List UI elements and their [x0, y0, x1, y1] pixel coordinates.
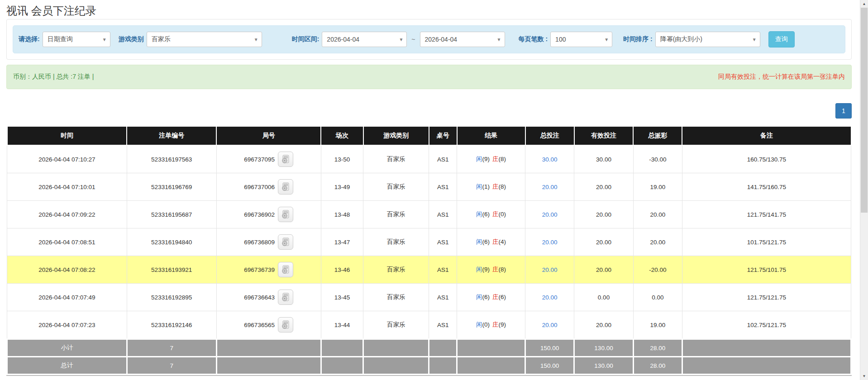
video-replay-button[interactable]: [278, 317, 293, 332]
video-file-icon: [281, 320, 290, 329]
game-type-select[interactable]: 百家乐 ▼: [147, 32, 262, 47]
table-row: 2026-04-04 07:09:22523316195687696736902…: [7, 201, 851, 228]
total-bet-link[interactable]: 30.00: [542, 156, 558, 163]
date-from-value: 2026-04-04: [322, 36, 396, 43]
date-range-label: 时间区间:: [292, 35, 320, 43]
scrollbar-thumb[interactable]: [861, 8, 868, 213]
sort-order-select[interactable]: 降幂(由大到小) ▼: [655, 32, 760, 47]
total-bet-link[interactable]: 20.00: [542, 239, 558, 246]
chevron-down-icon[interactable]: ▼: [749, 37, 760, 42]
cell-game-type: 百家乐: [363, 145, 429, 173]
video-replay-button[interactable]: [278, 179, 293, 195]
total-payout: 28.00: [633, 357, 682, 375]
cell-bet-number: 523316197563: [127, 145, 216, 173]
page-1-button[interactable]: 1: [835, 103, 852, 119]
total-valid-bet: 130.00: [574, 357, 634, 375]
cell-round-number: 696737095: [216, 145, 321, 173]
table-row: 2026-04-04 07:07:23523316192146696736565…: [7, 311, 851, 339]
result-player-score: (0): [482, 321, 490, 328]
records-table: 时间注单编号局号场次游戏类别桌号结果总投注有效投注总派彩备注 2026-04-0…: [6, 126, 852, 375]
round-number-value: 696737095: [244, 156, 275, 163]
header-row: 时间注单编号局号场次游戏类别桌号结果总投注有效投注总派彩备注: [7, 126, 851, 145]
subtotal-empty-cell: [429, 339, 457, 357]
up-arrow-icon[interactable]: ▲: [860, 0, 868, 8]
cell-round-number: 696736902: [216, 201, 321, 228]
search-button[interactable]: 查询: [768, 31, 795, 48]
result-banker-score: (9): [499, 321, 506, 328]
total-empty-cell: [363, 357, 429, 375]
chevron-down-icon[interactable]: ▼: [251, 37, 262, 42]
cell-result: 闲(9)庄(8): [457, 256, 525, 284]
cell-total-bet: 20.00: [525, 201, 574, 228]
cell-total-bet: 30.00: [525, 145, 574, 173]
video-replay-button[interactable]: [278, 152, 293, 167]
cell-bet-number: 523316192895: [127, 284, 216, 311]
cell-time: 2026-04-04 07:07:23: [7, 311, 127, 339]
video-file-icon: [281, 155, 290, 164]
cell-table-number: AS1: [429, 173, 457, 201]
cell-total-bet: 20.00: [525, 228, 574, 256]
betting-records-page: 视讯 会员下注纪录 请选择: 日期查询 ▼ 游戏类别 百家乐 ▼ 时间区间: 2…: [6, 0, 852, 376]
table-row: 2026-04-04 07:07:49523316192895696736643…: [7, 284, 851, 311]
cell-time: 2026-04-04 07:10:27: [7, 145, 127, 173]
video-replay-button[interactable]: [278, 234, 293, 250]
down-arrow-icon[interactable]: ▼: [860, 372, 868, 380]
result-player-score: (6): [482, 294, 490, 300]
sort-order-label: 时间排序 :: [623, 35, 653, 43]
total-bet-link[interactable]: 20.00: [542, 294, 558, 301]
cell-valid-bet: 20.00: [574, 228, 634, 256]
total-bet-link[interactable]: 20.00: [542, 184, 558, 190]
cell-game-type: 百家乐: [363, 228, 429, 256]
cell-round-number: 696736809: [216, 228, 321, 256]
pagination: 1: [6, 103, 852, 119]
chevron-down-icon[interactable]: ▼: [99, 37, 110, 42]
result-player-score: (1): [482, 183, 490, 190]
result-player: 闲: [476, 266, 482, 273]
total-empty-cell: [429, 357, 457, 375]
total-bet-link[interactable]: 20.00: [542, 266, 558, 273]
round-number-value: 696737006: [244, 184, 275, 190]
cell-note: 121.75/141.75: [682, 201, 851, 228]
round-number-wrap: 696736565: [244, 317, 293, 332]
video-replay-button[interactable]: [278, 290, 293, 305]
total-bet-link[interactable]: 20.00: [542, 211, 558, 218]
cell-table-number: AS1: [429, 256, 457, 284]
table-row: 2026-04-04 07:10:01523316196769696737006…: [7, 173, 851, 201]
page-size-select[interactable]: 100 ▼: [550, 32, 612, 47]
vertical-scrollbar[interactable]: ▲ ▼: [860, 0, 868, 380]
subtotal-empty-cell: [363, 339, 429, 357]
chevron-down-icon[interactable]: ▼: [396, 37, 406, 42]
date-from-select[interactable]: 2026-04-04 ▼: [322, 32, 407, 47]
cell-table-number: AS1: [429, 145, 457, 173]
subtotal-empty-cell: [457, 339, 525, 357]
total-bet-link[interactable]: 20.00: [542, 322, 558, 328]
round-number-value: 696736643: [244, 294, 275, 301]
chevron-down-icon[interactable]: ▼: [494, 37, 505, 42]
column-header: 桌号: [429, 126, 457, 145]
video-replay-button[interactable]: [278, 207, 293, 222]
result-banker-score: (8): [499, 266, 506, 273]
cell-round-number: 696736565: [216, 311, 321, 339]
round-number-value: 696736809: [244, 239, 275, 246]
sort-order-value: 降幂(由大到小): [656, 35, 749, 43]
video-replay-button[interactable]: [278, 262, 293, 277]
date-to-select[interactable]: 2026-04-04 ▼: [420, 32, 505, 47]
cell-time: 2026-04-04 07:10:01: [7, 173, 127, 201]
currency-total-text: 币别：人民币 | 总共 :7 注单 |: [13, 73, 94, 81]
column-header: 游戏类别: [363, 126, 429, 145]
cell-game-type: 百家乐: [363, 311, 429, 339]
cell-bet-number: 523316193921: [127, 256, 216, 284]
date-to-value: 2026-04-04: [420, 36, 494, 43]
query-type-select[interactable]: 日期查询 ▼: [43, 32, 110, 47]
cell-session: 13-44: [321, 311, 363, 339]
result-banker-score: (8): [499, 183, 506, 190]
game-type-value: 百家乐: [147, 35, 251, 43]
total-empty-cell: [216, 357, 321, 375]
result-banker: 庄: [492, 266, 499, 273]
filter-panel: 请选择: 日期查询 ▼ 游戏类别 百家乐 ▼ 时间区间: 2026-04-04 …: [6, 19, 852, 60]
filter-bar: 请选择: 日期查询 ▼ 游戏类别 百家乐 ▼ 时间区间: 2026-04-04 …: [13, 25, 845, 53]
column-header: 总投注: [525, 126, 574, 145]
chevron-down-icon[interactable]: ▼: [601, 37, 612, 42]
result-banker: 庄: [492, 294, 499, 300]
summary-bar: 币别：人民币 | 总共 :7 注单 | 同局有效投注，统一计算在该局第一张注单内: [6, 65, 852, 89]
